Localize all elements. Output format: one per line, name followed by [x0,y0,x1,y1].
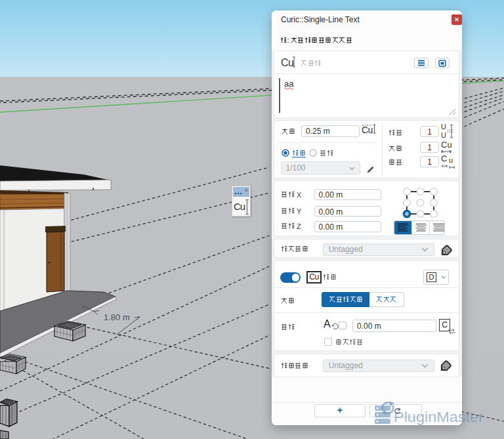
svg-text:C: C [441,154,447,163]
svg-text:1.80 m: 1.80 m [104,312,130,322]
svg-text:u: u [449,156,453,164]
svg-text:U: U [441,131,446,139]
svg-text:Cu: Cu [441,140,452,150]
svg-text:U: U [441,123,446,131]
